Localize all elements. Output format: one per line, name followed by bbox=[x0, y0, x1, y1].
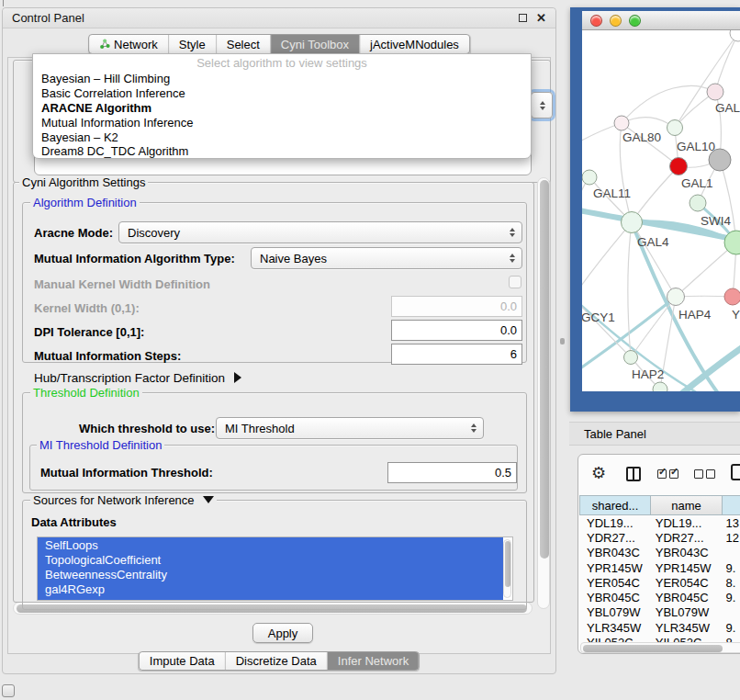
tab-label: Infer Network bbox=[338, 654, 409, 668]
tab-label: Select bbox=[227, 38, 260, 51]
network-canvas[interactable]: GAL7GAL80GAL10GAL1GAL11SWI4GAL4GCY1HAP4Y… bbox=[582, 30, 740, 391]
algorithm-item-mutual-information-inference[interactable]: Mutual Information Inference bbox=[33, 116, 531, 130]
which-threshold-combo[interactable]: MI Threshold bbox=[216, 417, 484, 439]
table-row-ylr345w[interactable]: YLR345WYLR345W9. bbox=[580, 620, 740, 635]
table-row-yer054c[interactable]: YER054CYER054C8. bbox=[580, 575, 740, 590]
cell-name: YBL079W bbox=[651, 605, 723, 619]
table-row-ydr27[interactable]: YDR27...YDR27...12 bbox=[580, 530, 740, 545]
manual-kernel-checkbox[interactable] bbox=[509, 276, 521, 288]
minimize-traffic-light-icon[interactable] bbox=[610, 15, 622, 27]
data-attribute-item-betweennesscentrality[interactable]: BetweennessCentrality bbox=[38, 568, 512, 582]
cell-name: YDR27... bbox=[651, 531, 723, 545]
splitter-handle[interactable] bbox=[560, 338, 565, 344]
aracne-mode-label: Aracne Mode: bbox=[34, 226, 113, 240]
tab-jactivemnodules[interactable]: jActiveMNodules bbox=[360, 35, 469, 53]
table-hscroll-track[interactable] bbox=[580, 642, 740, 653]
table-row-ydl19[interactable]: YDL19...YDL19...13 bbox=[580, 515, 740, 530]
gear-icon[interactable]: ⚙ bbox=[591, 465, 606, 481]
table-row-ypr145w[interactable]: YPR145WYPR145W9. bbox=[580, 560, 740, 575]
mi-type-combo[interactable]: Naive Bayes bbox=[251, 247, 522, 269]
table-hscroll-thumb[interactable] bbox=[583, 645, 723, 652]
cell-shared-name: YDL19... bbox=[580, 516, 651, 530]
which-threshold-label: Which threshold to use: bbox=[79, 422, 215, 435]
algorithm-combo-stepper[interactable] bbox=[531, 92, 553, 119]
table-panel-title: Table Panel bbox=[584, 427, 646, 441]
network-edge bbox=[622, 85, 715, 123]
tab-select[interactable]: Select bbox=[217, 35, 271, 53]
network-node[interactable] bbox=[724, 288, 740, 305]
sources-title[interactable]: Sources for Network Inference bbox=[30, 493, 217, 507]
mi-threshold-field[interactable]: 0.5 bbox=[387, 462, 517, 483]
close-traffic-light-icon[interactable] bbox=[590, 15, 602, 27]
network-window-titlebar[interactable] bbox=[582, 11, 740, 30]
node-label-gal10: GAL10 bbox=[677, 140, 715, 153]
tab-discretize-data[interactable]: Discretize Data bbox=[226, 652, 328, 670]
kernel-width-value: 0.0 bbox=[500, 299, 517, 313]
network-node[interactable] bbox=[707, 84, 723, 100]
zoom-traffic-light-icon[interactable] bbox=[629, 15, 641, 27]
hub-definition-expander[interactable]: Hub/Transcription Factor Definition bbox=[34, 371, 241, 385]
dpi-tolerance-label: DPI Tolerance [0,1]: bbox=[34, 325, 144, 339]
tab-label: Impute Data bbox=[150, 654, 215, 668]
network-node[interactable] bbox=[690, 195, 706, 211]
network-node[interactable] bbox=[667, 120, 683, 136]
tab-label: jActiveMNodules bbox=[370, 38, 459, 51]
network-node[interactable] bbox=[582, 170, 597, 185]
network-node[interactable] bbox=[667, 288, 685, 306]
data-attribute-item-gal4rgexp[interactable]: gal4RGexp bbox=[38, 582, 512, 597]
tab-network[interactable]: Network bbox=[89, 35, 169, 53]
algorithm-item-bayesian-hill-climbing[interactable]: Bayesian – Hill Climbing bbox=[33, 72, 531, 86]
algorithm-item-basic-correlation-inference[interactable]: Basic Correlation Inference bbox=[33, 86, 531, 101]
algorithm-item-bayesian-k2[interactable]: Bayesian – K2 bbox=[33, 130, 531, 145]
column-visibility-icon[interactable] bbox=[731, 464, 740, 480]
mi-type-label: Mutual Information Algorithm Type: bbox=[34, 252, 235, 265]
settings-vscroll-track[interactable] bbox=[537, 177, 550, 609]
cell-shared-name: YBR045C bbox=[580, 591, 651, 604]
network-node[interactable] bbox=[622, 212, 643, 233]
data-attributes-list[interactable]: SelfLoopsTopologicalCoefficientBetweenne… bbox=[37, 536, 513, 601]
close-icon[interactable]: ✕ bbox=[536, 14, 546, 22]
tab-cyni-toolbox[interactable]: Cyni Toolbox bbox=[271, 35, 360, 53]
mi-type-value: Naive Bayes bbox=[260, 252, 327, 265]
algorithm-item-dream8-dc-tdc-algorithm[interactable]: Dream8 DC_TDC Algorithm bbox=[33, 144, 531, 159]
mi-steps-field[interactable]: 6 bbox=[391, 344, 522, 365]
desktop: { "colors": { "selection_blue": "#3d6cd7… bbox=[0, 0, 740, 700]
node-label-swi4: SWI4 bbox=[701, 214, 731, 228]
data-attribute-item-selfloops[interactable]: SelfLoops bbox=[38, 538, 512, 553]
algorithm-item-aracne-algorithm[interactable]: ARACNE Algorithm bbox=[33, 101, 531, 116]
tab-style[interactable]: Style bbox=[169, 35, 217, 53]
network-node[interactable] bbox=[670, 158, 688, 175]
kernel-width-field[interactable]: 0.0 bbox=[391, 296, 522, 317]
combo-arrows-icon bbox=[510, 228, 515, 237]
network-view-window[interactable]: GAL7GAL80GAL10GAL1GAL11SWI4GAL4GCY1HAP4Y… bbox=[570, 7, 740, 412]
float-window-icon[interactable] bbox=[519, 14, 527, 22]
column-header-name[interactable]: name bbox=[650, 495, 723, 515]
split-columns-icon[interactable] bbox=[626, 467, 641, 481]
column-header-2[interactable] bbox=[722, 495, 740, 515]
select-all-columns-icon2[interactable] bbox=[669, 469, 678, 479]
bottom-tabs: Impute DataDiscretize DataInfer Network bbox=[139, 651, 420, 671]
tab-label: Network bbox=[114, 38, 158, 51]
cell-shared-name: YBL079W bbox=[580, 605, 651, 619]
network-node[interactable] bbox=[624, 351, 638, 365]
collapse-arrow-icon bbox=[203, 496, 214, 503]
deselect-columns-icon2[interactable] bbox=[706, 469, 715, 479]
tab-impute-data[interactable]: Impute Data bbox=[140, 652, 226, 670]
aracne-mode-combo[interactable]: Discovery bbox=[118, 221, 522, 243]
network-node[interactable] bbox=[614, 116, 629, 130]
dpi-tolerance-field[interactable]: 0.0 bbox=[391, 320, 522, 341]
collapsed-panel-icon[interactable] bbox=[2, 684, 15, 697]
column-header-shared[interactable]: shared... bbox=[579, 495, 651, 515]
window-edge-tick bbox=[3, 0, 4, 6]
tab-infer-network[interactable]: Infer Network bbox=[328, 652, 419, 670]
settings-vscroll-thumb[interactable] bbox=[540, 180, 549, 559]
table-row-ybl079w[interactable]: YBL079WYBL079W bbox=[580, 605, 740, 620]
table-row-ybr045c[interactable]: YBR045CYBR045C9. bbox=[580, 590, 740, 604]
data-attribute-item-topologicalcoefficient[interactable]: TopologicalCoefficient bbox=[38, 553, 512, 568]
apply-button[interactable]: Apply bbox=[252, 623, 313, 643]
cell-shared-name: YBR043C bbox=[580, 546, 651, 559]
network-node[interactable] bbox=[730, 30, 740, 41]
table-row-ybr043c[interactable]: YBR043CYBR043C bbox=[580, 546, 740, 560]
select-all-columns-icon[interactable] bbox=[657, 469, 667, 479]
deselect-columns-icon[interactable] bbox=[694, 469, 703, 479]
